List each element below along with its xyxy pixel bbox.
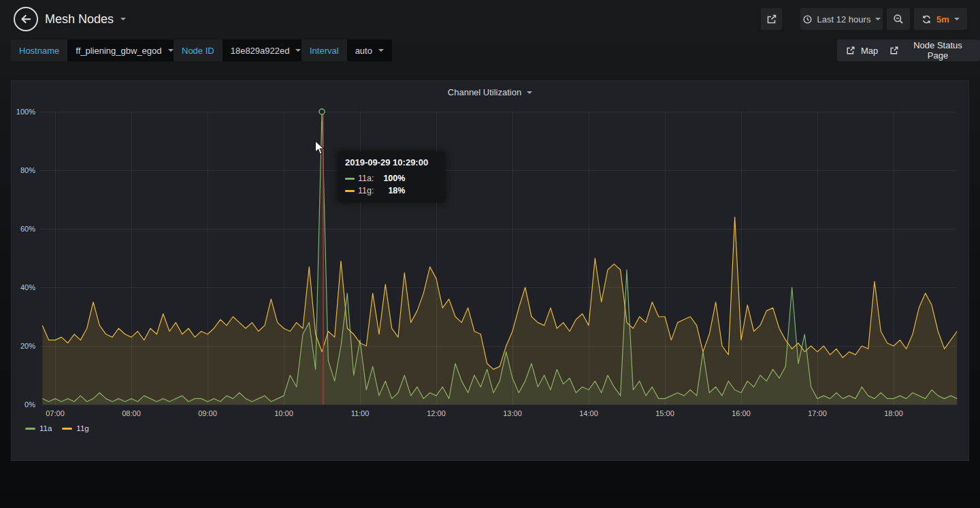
x-axis-label: 15:00 xyxy=(655,409,674,417)
node-status-page-link-label: Node Status Page xyxy=(904,40,971,61)
grafana-dashboard: { "nav": { "title": "Mesh Nodes", "time_… xyxy=(0,0,980,508)
variable-nodeid-label: Node ID xyxy=(174,39,223,61)
chevron-down-icon xyxy=(527,91,532,94)
chevron-down-icon xyxy=(954,18,960,20)
map-link-button[interactable]: Map xyxy=(837,39,887,61)
dashboard-title-label: Mesh Nodes xyxy=(45,12,114,27)
time-range-label: Last 12 hours xyxy=(817,14,871,25)
variable-interval: Interval auto xyxy=(301,39,392,61)
variable-hostname-label: Hostname xyxy=(11,39,67,61)
variable-nodeid: Node ID 18e829a922ed xyxy=(174,39,309,61)
legend-dash-icon xyxy=(62,428,72,430)
zoom-out-button[interactable] xyxy=(887,8,910,30)
y-axis-label: 20% xyxy=(12,341,35,351)
variable-hostname-select[interactable]: ff_pliening_gbw_egod xyxy=(67,39,181,61)
y-axis-label: 100% xyxy=(12,107,35,116)
node-status-page-link-button[interactable]: Node Status Page xyxy=(881,39,980,61)
x-axis-label: 17:00 xyxy=(808,409,827,417)
x-axis-label: 09:00 xyxy=(198,409,217,417)
chevron-down-icon xyxy=(295,49,301,52)
variable-hostname: Hostname ff_pliening_gbw_egod xyxy=(11,39,182,61)
variable-nodeid-value: 18e829a922ed xyxy=(231,46,290,56)
panel-title-label: Channel Utilization xyxy=(448,87,521,97)
variable-interval-select[interactable]: auto xyxy=(347,39,392,61)
y-axis-label: 0% xyxy=(12,400,35,409)
tooltip-series-value: 18% xyxy=(379,186,405,195)
series-color-dash-icon xyxy=(345,178,355,180)
panel-title[interactable]: Channel Utilization xyxy=(12,86,968,99)
chevron-down-icon xyxy=(875,18,881,20)
share-icon xyxy=(766,14,777,25)
variable-hostname-value: ff_pliening_gbw_egod xyxy=(76,46,161,56)
external-link-icon xyxy=(846,46,855,55)
tooltip-series-label: 11g: xyxy=(358,186,374,195)
chevron-down-icon xyxy=(120,18,126,20)
x-axis-label: 13:00 xyxy=(503,409,522,417)
arrow-left-icon xyxy=(20,13,32,25)
clock-icon xyxy=(802,14,813,25)
tooltip-timestamp: 2019-09-29 10:29:00 xyxy=(345,157,437,168)
legend-label: 11a xyxy=(39,424,52,432)
magnifier-minus-icon xyxy=(893,14,904,25)
tooltip-series-label: 11a: xyxy=(358,174,374,183)
legend-dash-icon xyxy=(25,428,35,430)
x-axis-label: 18:00 xyxy=(884,409,903,417)
x-axis-label: 07:00 xyxy=(46,409,65,417)
tooltip-series-value: 100% xyxy=(379,174,405,183)
panel-channel-utilization: Channel Utilization 0%20%40%60%80%100% 0… xyxy=(11,80,969,461)
map-link-label: Map xyxy=(861,46,878,56)
legend-item-11a[interactable]: 11a xyxy=(25,424,52,432)
x-axis-label: 12:00 xyxy=(427,409,446,417)
time-picker-button[interactable]: Last 12 hours xyxy=(800,8,883,30)
refresh-interval-label: 5m xyxy=(936,14,949,25)
channel-utilization-chart[interactable] xyxy=(39,112,956,404)
tooltip-row-11a: 11a: 100% xyxy=(345,172,437,185)
dashboard-title[interactable]: Mesh Nodes xyxy=(45,0,126,38)
legend-item-11g[interactable]: 11g xyxy=(62,424,88,432)
chevron-down-icon xyxy=(168,49,174,52)
hover-point-marker xyxy=(319,109,325,114)
y-axis-label: 60% xyxy=(12,224,35,234)
variable-interval-value: auto xyxy=(355,46,372,56)
back-button[interactable] xyxy=(14,7,38,31)
legend: 11a11g xyxy=(25,424,89,432)
variable-interval-label: Interval xyxy=(301,39,347,61)
variable-nodeid-select[interactable]: 18e829a922ed xyxy=(223,39,310,61)
x-axis-label: 11:00 xyxy=(351,409,370,417)
refresh-icon xyxy=(921,14,932,25)
x-axis-label: 10:00 xyxy=(274,409,293,417)
chevron-down-icon xyxy=(378,49,384,52)
y-axis-label: 80% xyxy=(12,165,35,175)
series-11g-fill xyxy=(42,217,957,404)
series-color-dash-icon xyxy=(345,190,355,192)
legend-label: 11g xyxy=(76,424,88,432)
graph-tooltip: 2019-09-29 10:29:00 11a: 100% 11g: 18% xyxy=(338,151,445,202)
x-axis-label: 14:00 xyxy=(579,409,598,417)
y-axis-label: 40% xyxy=(12,283,35,292)
external-link-icon xyxy=(889,46,899,55)
x-axis-label: 08:00 xyxy=(122,409,141,417)
share-button[interactable] xyxy=(761,8,782,30)
x-axis-label: 16:00 xyxy=(732,409,751,417)
refresh-button[interactable]: 5m xyxy=(914,8,967,30)
tooltip-row-11g: 11g: 18% xyxy=(345,185,437,197)
